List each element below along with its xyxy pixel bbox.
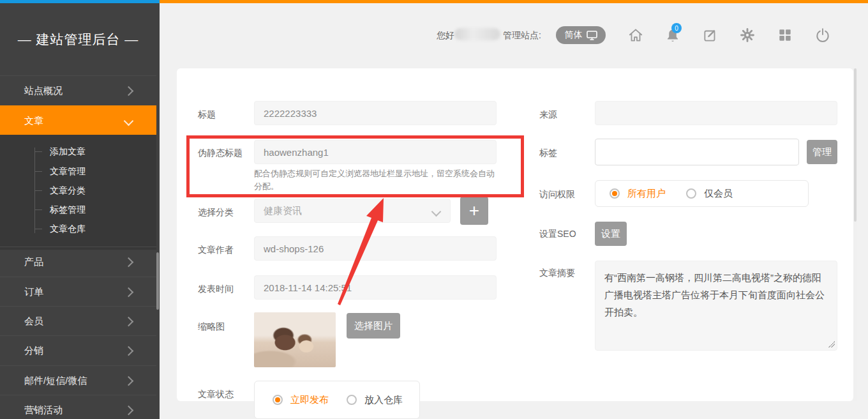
sidebar-item-mail-sms-wechat[interactable]: 邮件/短信/微信 [0,365,156,395]
submenu-article-store[interactable]: 文章仓库 [50,224,86,235]
chevron-right-icon [124,405,134,415]
submenu-article-manage[interactable]: 文章管理 [50,166,86,178]
slug-input[interactable] [254,140,497,164]
monitor-icon [587,31,597,40]
apps-button[interactable] [776,26,794,44]
seo-settings-button[interactable]: 设置 [595,222,627,246]
sidebar: — 建站管理后台 — 站点概况 文章 添加文章 文章管理 文章分类 标签管理 文… [0,3,160,419]
sidebar-scrollbar[interactable] [156,252,159,310]
sidebar-item-articles[interactable]: 文章 [0,105,156,135]
category-label: 选择分类 [198,207,234,218]
title-input[interactable] [254,101,497,125]
chevron-right-icon [124,287,134,297]
content-scrollbar[interactable] [853,68,857,401]
topbar-orange-strip [160,0,868,3]
site-language-pill[interactable]: 简体 [556,26,606,44]
source-label: 来源 [539,109,557,121]
manage-tags-button[interactable]: 管理 [807,140,837,164]
submenu-article-category[interactable]: 文章分类 [50,185,86,197]
home-icon [627,27,644,43]
sidebar-item-members[interactable]: 会员 [0,306,156,336]
sidebar-item-products[interactable]: 产品 [0,247,156,277]
access-radio-all-users[interactable] [610,188,620,199]
status-label: 文章状态 [198,389,234,400]
home-button[interactable] [627,26,645,44]
chevron-right-icon [124,376,134,386]
sidebar-item-site-overview[interactable]: 站点概况 [0,75,156,105]
username-redacted [454,28,500,40]
seo-label: 设置SEO [539,229,576,240]
sidebar-item-marketing[interactable]: 营销活动 [0,395,156,419]
notification-badge: 0 [671,23,682,33]
title-label: 标题 [198,109,216,121]
source-input[interactable] [595,101,837,125]
add-category-button[interactable]: + [460,197,488,225]
chevron-down-icon [124,116,134,126]
choose-image-button[interactable]: 选择图片 [347,313,400,339]
edit-icon [702,27,719,43]
power-icon [814,27,831,43]
summary-textarea[interactable]: 有“西南第一高钢塔，四川第二高电视塔”之称的德阳广播电视塔主塔广告位将于本月下旬… [595,261,837,351]
chevron-right-icon [124,316,134,326]
articles-submenu: 添加文章 文章管理 文章分类 标签管理 文章仓库 [0,135,156,250]
manage-site-label: 管理站点: [503,30,541,42]
app-logo: — 建站管理后台 — [0,3,156,75]
chevron-right-icon [124,346,134,356]
access-radio-members-only[interactable] [686,188,696,199]
access-label: 访问权限 [539,189,575,201]
status-radio-group: 立即发布 放入仓库 [254,381,420,419]
sidebar-item-orders[interactable]: 订单 [0,277,156,307]
gear-icon [739,27,756,43]
chevron-down-icon [431,207,442,217]
summary-label: 文章摘要 [539,268,575,279]
resize-handle-icon[interactable] [828,341,835,347]
publish-time-input[interactable] [254,275,497,300]
thumbnail-label: 缩略图 [198,321,225,333]
thumbnail-image[interactable] [254,312,336,367]
access-radio-all-users-label[interactable]: 所有用户 [627,188,666,200]
category-select[interactable]: 健康资讯 [254,199,451,223]
publish-time-label: 发表时间 [198,284,234,295]
admin-page: — 建站管理后台 — 站点概况 文章 添加文章 文章管理 文章分类 标签管理 文… [0,0,868,419]
tags-label: 标签 [539,148,557,159]
chevron-right-icon [124,86,134,96]
status-radio-store[interactable] [347,395,357,405]
status-radio-publish[interactable] [273,395,283,405]
tags-input[interactable] [595,139,799,165]
access-radio-group: 所有用户 仅会员 [595,180,809,207]
submenu-tag-manage[interactable]: 标签管理 [50,204,86,216]
submenu-add-article[interactable]: 添加文章 [50,146,86,158]
chevron-right-icon [124,257,134,267]
status-radio-store-label[interactable]: 放入仓库 [364,394,403,406]
status-radio-publish-label[interactable]: 立即发布 [290,394,329,406]
settings-button[interactable] [738,26,756,44]
greeting-text: 您好 [437,30,454,42]
access-radio-members-only-label[interactable]: 仅会员 [704,188,733,200]
sidebar-item-distribution[interactable]: 分销 [0,335,156,365]
slug-help-text: 配合伪静态规则可自定义浏览器地址栏显示地址，留空系统会自动分配。 [254,167,495,193]
edit-button[interactable] [701,26,719,44]
slug-label: 伪静态标题 [198,148,243,159]
author-label: 文章作者 [198,245,234,256]
author-input[interactable] [254,236,497,261]
grid-icon [777,27,793,43]
logout-button[interactable] [814,26,832,44]
